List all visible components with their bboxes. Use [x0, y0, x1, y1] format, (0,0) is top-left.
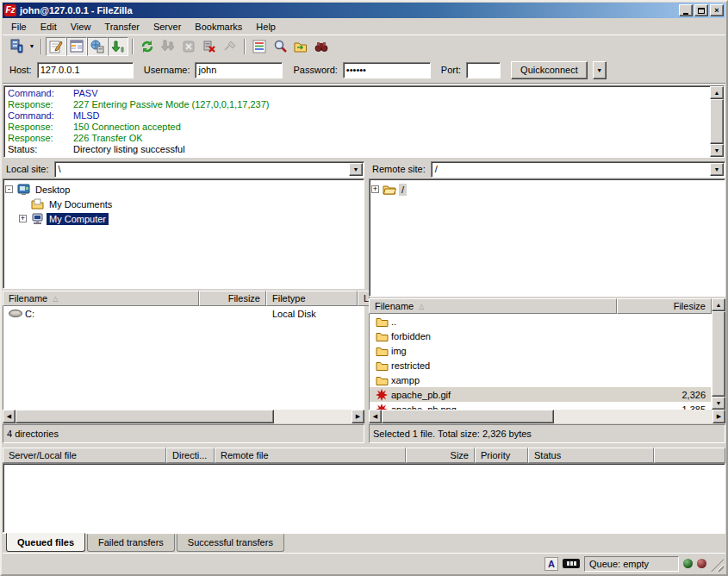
password-input[interactable]: [343, 62, 431, 78]
file-search-button[interactable]: [270, 37, 290, 56]
remote-status-text: Selected 1 file. Total size: 2,326 bytes: [369, 424, 725, 443]
column-header-remote-file[interactable]: Remote file: [215, 448, 406, 463]
reconnect-button[interactable]: [220, 37, 240, 56]
separator: [3, 83, 725, 85]
host-input[interactable]: [37, 62, 134, 78]
process-queue-button[interactable]: [158, 37, 178, 56]
local-hscrollbar[interactable]: ◀ ▶: [3, 410, 364, 423]
site-manager-button[interactable]: [6, 37, 27, 56]
file-row-selected[interactable]: apache_pb.gif 2,326: [370, 387, 711, 402]
toggle-transfer-queue-button[interactable]: [108, 37, 128, 56]
minimize-button[interactable]: [679, 4, 693, 16]
sort-ascending-icon: △: [419, 303, 424, 310]
tree-item-root[interactable]: + /: [371, 182, 723, 197]
menu-help[interactable]: Help: [249, 20, 283, 34]
recv-activity-led: [683, 559, 693, 568]
expand-expander[interactable]: +: [371, 185, 379, 193]
tree-item-desktop[interactable]: - Desktop: [5, 182, 362, 197]
folder-icon: [375, 375, 389, 385]
quickconnect-bar: Host: Username: Password: Port: Quickcon…: [3, 57, 725, 83]
column-header-size[interactable]: Size: [406, 448, 475, 463]
title-bar[interactable]: Fz john@127.0.0.1 - FileZilla ×: [3, 3, 725, 18]
column-header-filename[interactable]: Filename△: [369, 298, 617, 314]
local-file-list: C: Local Disk: [3, 306, 364, 410]
remote-site-combo[interactable]: / ▼: [431, 161, 725, 178]
file-row[interactable]: xampp: [370, 373, 711, 387]
port-input[interactable]: [466, 62, 501, 78]
folder-icon: [375, 346, 389, 356]
column-header-priority[interactable]: Priority: [475, 448, 528, 463]
disconnect-button[interactable]: [199, 37, 220, 56]
refresh-button[interactable]: [137, 37, 158, 56]
column-header-filename[interactable]: Filename△: [3, 291, 199, 306]
combo-dropdown-button[interactable]: ▼: [349, 163, 363, 176]
file-row[interactable]: C: Local Disk: [3, 306, 364, 321]
tree-item-my-computer[interactable]: + My Computer: [19, 211, 362, 226]
menu-transfer[interactable]: Transfer: [97, 20, 146, 34]
file-row[interactable]: ..: [370, 314, 711, 329]
file-row[interactable]: restricted: [370, 358, 711, 373]
column-header-filesize[interactable]: Filesize: [617, 298, 712, 314]
scroll-left-button[interactable]: ◀: [369, 410, 382, 423]
close-button[interactable]: ×: [710, 4, 724, 16]
username-input[interactable]: [195, 62, 283, 78]
tab-failed-transfers[interactable]: Failed transfers: [87, 534, 175, 552]
log-line: Command:PASV: [8, 88, 710, 99]
tree-item-my-documents[interactable]: My Documents: [19, 197, 362, 211]
scroll-up-button[interactable]: ▲: [712, 298, 725, 311]
local-site-combo[interactable]: \ ▼: [54, 161, 364, 178]
collapse-expander[interactable]: -: [5, 185, 13, 193]
menu-edit[interactable]: Edit: [34, 20, 64, 34]
tab-successful-transfers[interactable]: Successful transfers: [177, 534, 284, 552]
scrollbar-thumb[interactable]: [710, 99, 724, 144]
scroll-up-icon: ▲: [714, 90, 720, 96]
synchronized-browsing-button[interactable]: [290, 37, 311, 56]
host-label: Host:: [9, 65, 32, 75]
tab-queued-files[interactable]: Queued files: [6, 533, 85, 552]
maximize-button[interactable]: [694, 4, 708, 16]
file-row[interactable]: apache_pb.png 1,385: [370, 402, 711, 410]
queue-body[interactable]: [3, 463, 725, 533]
scroll-up-icon: ▲: [716, 302, 722, 308]
scroll-up-button[interactable]: ▲: [710, 86, 724, 99]
scrollbar-thumb[interactable]: [382, 410, 554, 423]
toggle-local-tree-button[interactable]: [66, 37, 87, 56]
column-header-direction[interactable]: Directi...: [166, 448, 215, 463]
column-header-filler: [654, 448, 725, 463]
site-manager-dropdown[interactable]: ▼: [27, 37, 37, 56]
combo-dropdown-button[interactable]: ▼: [710, 163, 724, 176]
cancel-operation-button[interactable]: [178, 37, 199, 56]
scroll-right-button[interactable]: ▶: [712, 410, 725, 423]
scrollbar-thumb[interactable]: [16, 410, 274, 423]
search-icon: [273, 40, 287, 53]
column-header-filetype[interactable]: Filetype: [266, 291, 358, 306]
log-scrollbar[interactable]: ▲ ▼: [710, 86, 724, 157]
filter-button[interactable]: [249, 37, 270, 56]
toggle-remote-tree-button[interactable]: [87, 37, 108, 56]
disconnect-icon: [202, 40, 216, 53]
remote-list-header: Filename△ Filesize: [369, 298, 712, 314]
menu-file[interactable]: File: [4, 20, 34, 34]
quickconnect-button[interactable]: Quickconnect: [511, 61, 588, 79]
scroll-down-button[interactable]: ▼: [712, 397, 725, 410]
window-title: john@127.0.0.1 - FileZilla: [20, 5, 677, 16]
menu-view[interactable]: View: [64, 20, 98, 34]
column-header-server-local-file[interactable]: Server/Local file: [3, 448, 166, 463]
scrollbar-thumb[interactable]: [712, 311, 725, 397]
remote-vscrollbar[interactable]: ▲ ▼: [712, 298, 725, 410]
menu-server[interactable]: Server: [146, 20, 188, 34]
file-row[interactable]: img: [370, 343, 711, 358]
column-header-filesize[interactable]: Filesize: [199, 291, 266, 306]
quickconnect-dropdown[interactable]: ▼: [593, 61, 607, 79]
file-row[interactable]: forbidden: [370, 329, 711, 343]
menu-bookmarks[interactable]: Bookmarks: [188, 20, 249, 34]
toggle-message-log-button[interactable]: [46, 37, 66, 56]
column-header-status[interactable]: Status: [528, 448, 654, 463]
scroll-left-button[interactable]: ◀: [3, 410, 16, 423]
scroll-down-button[interactable]: ▼: [710, 144, 724, 157]
scroll-right-button[interactable]: ▶: [352, 410, 364, 423]
resize-grip[interactable]: [711, 559, 724, 572]
remote-hscrollbar[interactable]: ◀ ▶: [369, 410, 725, 423]
directory-comparison-button[interactable]: [311, 37, 332, 56]
expand-expander[interactable]: +: [19, 215, 27, 222]
